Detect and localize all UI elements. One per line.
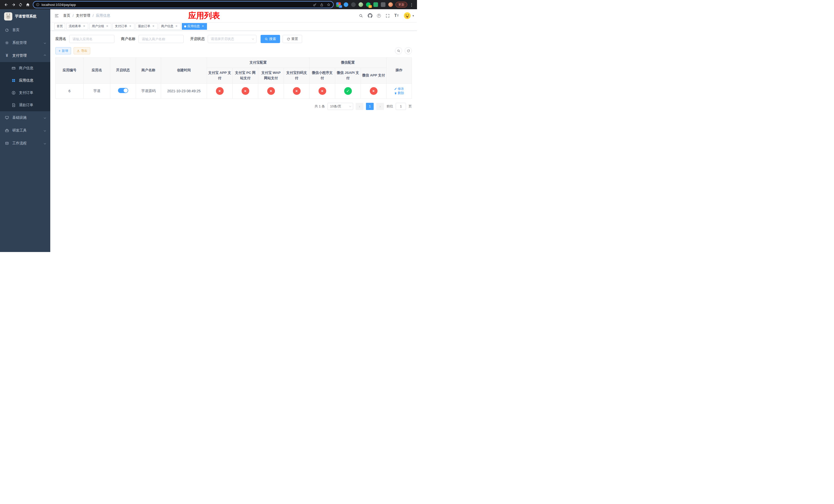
close-icon[interactable]: × [129,25,132,28]
reset-button[interactable]: 重置 [283,35,302,43]
col-header-alipay-pc: 支付宝 PC 网站支付 [233,68,258,83]
goto-label: 前往 [387,104,393,109]
status-label: 开启状态 [190,37,205,41]
sidebar-item-label: 基础设施 [12,115,27,120]
breadcrumb-separator: / [93,14,94,18]
back-button[interactable] [3,1,10,8]
sidebar-item-label: 支付订单 [19,91,33,95]
current-page-button[interactable]: 1 [366,103,374,110]
edit-link[interactable]: 修改 [394,87,404,91]
app-name-input[interactable] [69,35,114,43]
add-button[interactable]: + 新增 [56,47,71,54]
cell-alipay-wap-status: × [258,83,284,98]
merchant-name-input[interactable] [138,35,184,43]
export-button[interactable]: 导出 [73,47,90,54]
tab-home[interactable]: 首页 [54,23,65,30]
tab-user-group[interactable]: 用户分组× [89,23,111,30]
extension-icon[interactable] [373,2,378,7]
reload-button[interactable] [17,1,24,8]
sidebar-item-system[interactable]: 系统管理 [0,37,50,49]
sidebar-item-infrastructure[interactable]: 基础设施 [0,111,50,124]
fullscreen-icon[interactable] [383,9,392,22]
chevron-down-icon [44,42,46,44]
status-select[interactable]: 请选择开启状态 [208,35,257,43]
goto-page-input[interactable] [396,103,406,110]
bookmark-star-icon[interactable] [327,3,331,7]
close-icon[interactable]: × [175,25,178,28]
sidebar-item-pay-orders[interactable]: 支付订单 [0,87,50,99]
toolbar: + 新增 导出 [56,47,412,54]
sidebar-toggle-button[interactable] [50,9,63,22]
cell-merchant: 芋道源码 [136,83,161,98]
col-header-wechat-app: 微信 APP 支付 [361,68,387,83]
cross-icon: × [242,87,249,95]
tab-refund-orders[interactable]: 退款订单× [136,23,157,30]
sidebar-item-payment[interactable]: ¥ 支付管理 [0,49,50,62]
sidebar-item-workflow[interactable]: 工作流程 [0,137,50,150]
search-icon[interactable] [356,9,366,22]
page-title: 应用列表 [188,10,220,21]
forward-button[interactable] [10,1,17,8]
url-text: localhost:1024/pay/app [42,3,313,7]
cell-status [110,83,136,98]
prev-page-button[interactable]: ‹ [356,103,364,110]
tab-merchant-info[interactable]: 商户信息× [159,23,180,30]
toolbox-icon [5,129,9,133]
logo-image [4,12,12,21]
sidebar-item-home[interactable]: 首页 [0,24,50,37]
sidebar-item-label: 首页 [12,28,20,32]
home-button[interactable] [24,1,31,8]
tabs-bar: 首页 流程表单× 用户分组× 支付订单× 退款订单× 商户信息× 应用信息× [50,22,417,31]
refresh-button[interactable] [405,47,412,54]
extension-icon[interactable] [351,2,356,7]
search-toggle-button[interactable] [395,47,402,54]
password-key-icon[interactable] [313,3,317,7]
tab-pay-orders[interactable]: 支付订单× [113,23,134,30]
col-header-alipay-app: 支付宝 APP 支付 [207,68,233,83]
next-page-button[interactable]: › [376,103,384,110]
delete-link[interactable]: 删除 [394,91,404,95]
close-icon[interactable]: × [152,25,155,28]
breadcrumb-item[interactable]: 支付管理 [76,13,90,18]
chevron-down-icon [44,142,46,144]
tab-app-info[interactable]: 应用信息× [182,23,207,30]
help-icon[interactable]: ? [375,9,383,22]
sidebar-item-label: 应用信息 [19,78,33,83]
status-toggle[interactable] [118,88,128,93]
sidebar-item-app-info[interactable]: 应用信息 [0,74,50,87]
close-icon[interactable]: × [82,25,86,28]
cell-app-id: 6 [56,83,84,98]
grid-icon [11,78,16,83]
share-icon[interactable] [320,3,324,7]
font-size-icon[interactable]: TT [392,9,401,22]
group-header-alipay: 支付宝配置 [207,58,310,68]
extension-icon[interactable] [388,2,393,7]
extension-icon[interactable] [344,2,348,7]
address-bar[interactable]: localhost:1024/pay/app [33,1,334,8]
plus-icon: + [59,49,61,52]
app-logo: 芋道管理系统 [0,9,50,24]
col-header-wechat-mini: 微信小程序支付 [310,68,335,83]
sidebar-item-dev-tools[interactable]: 研发工具 [0,124,50,137]
user-menu[interactable]: ▾ [403,12,414,20]
browser-update-button[interactable]: 更新 [395,2,407,7]
sidebar-item-refund-orders[interactable]: 退款订单 [0,99,50,111]
search-button[interactable]: 搜索 [261,35,280,43]
close-icon[interactable]: × [201,25,205,28]
col-header-status: 开启状态 [110,58,136,84]
github-icon[interactable] [366,9,375,22]
extension-icon[interactable] [358,2,363,7]
breadcrumb: 首页 / 支付管理 / 应用信息 [63,13,110,18]
sidebar-item-merchant-info[interactable]: 商户信息 [0,62,50,74]
browser-menu-icon[interactable]: ⋮ [409,2,414,7]
tab-process-form[interactable]: 流程表单× [66,23,88,30]
extension-icon[interactable]: 1 [366,2,371,7]
site-info-icon[interactable] [36,3,40,6]
payment-submenu: 商户信息 应用信息 支付订单 退款订单 [0,62,50,111]
pagination: 共 1 条 10条/页 ‹ 1 › 前往 页 [56,103,412,110]
page-size-select[interactable]: 10条/页 [328,103,353,110]
extension-icon[interactable]: 10 [336,2,341,7]
close-icon[interactable]: × [105,25,109,28]
breadcrumb-item[interactable]: 首页 [63,13,70,18]
extension-icon[interactable] [381,2,386,7]
